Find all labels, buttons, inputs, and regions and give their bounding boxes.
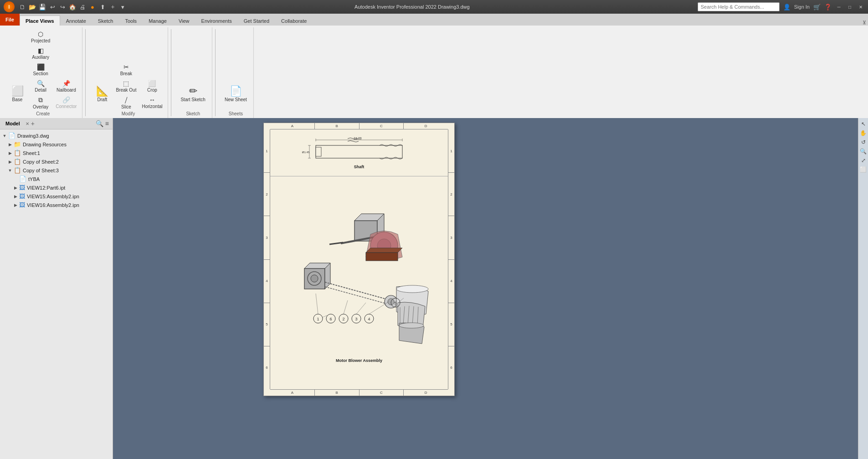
detail-button[interactable]: 🔍 Detail [29, 78, 52, 94]
panel-tabs: Model ✕ + [4, 120, 35, 127]
break-out-icon: ⬚ [123, 80, 129, 87]
rt-btn-box[interactable]: ⬜ [859, 165, 868, 174]
crop-button[interactable]: ⬜ Crop [140, 78, 164, 94]
maximize-button[interactable]: □ [846, 4, 853, 10]
draft-icon: 📐 [96, 86, 108, 96]
qat-dropdown[interactable]: ▾ [118, 3, 127, 11]
detail-label: Detail [35, 88, 46, 93]
qat-publish[interactable]: ⬆ [98, 3, 107, 11]
assembly-label: Motor Blower Assembly [336, 358, 382, 363]
qat-logo2[interactable]: ● [88, 3, 97, 11]
break-out-button[interactable]: ⬚ Break Out [114, 78, 138, 94]
connector-label: Connector [56, 104, 77, 109]
auxiliary-button[interactable]: ◧ Auxiliary [29, 46, 52, 61]
tree-item-view15[interactable]: ▶ 🖼 VIEW15:Assembly2.ipn [0, 192, 113, 201]
projected-button[interactable]: ⬡ Projected [29, 29, 52, 45]
qat-add[interactable]: ＋ [108, 3, 117, 11]
tab-get-started[interactable]: Get Started [238, 15, 275, 26]
tab-view[interactable]: View [173, 15, 195, 26]
horizontal-button[interactable]: ↔ Horizontal [140, 95, 164, 110]
row-headers-right: 1 2 3 4 5 6 [448, 129, 454, 389]
rt-btn-cursor[interactable]: ↖ [859, 120, 868, 128]
assembly-view: 1 6 2 3 4 [270, 176, 448, 389]
nailboard-button[interactable]: 📌 Nailboard [54, 78, 78, 94]
qat-open[interactable]: 📂 [28, 3, 36, 11]
svg-text:6: 6 [329, 317, 332, 321]
tab-sketch[interactable]: Sketch [92, 15, 119, 26]
sign-in-label[interactable]: Sign In [794, 4, 810, 10]
rt-btn-orbit[interactable]: ↺ [859, 138, 868, 146]
ribbon-content: ⬜ Base ⬡ Projected ◧ Auxiliary ⬛ Section [0, 26, 868, 118]
col-a-bottom: A [270, 390, 315, 396]
nailboard-stack: 📌 Nailboard 🔗 Connector [54, 78, 78, 110]
tree-item-view12[interactable]: ▶ 🖼 VIEW12:Part6.ipt [0, 183, 113, 192]
add-panel-tab[interactable]: + [31, 120, 35, 127]
rt-btn-fit[interactable]: ⤢ [859, 156, 868, 165]
svg-rect-5 [316, 147, 321, 156]
tree-item-copy-sheet2[interactable]: ▶ 📋 Copy of Sheet:2 [0, 157, 113, 166]
draft-button[interactable]: 📐 Draft [92, 77, 112, 110]
tree-item-sheet1[interactable]: ▶ 📋 Sheet:1 [0, 149, 113, 157]
tab-environments[interactable]: Environments [195, 15, 238, 26]
close-button[interactable]: ✕ [857, 4, 864, 10]
qat-redo[interactable]: ↪ [58, 3, 67, 11]
tab-annotate[interactable]: Annotate [60, 15, 92, 26]
tree-item-copy-sheet3[interactable]: ▼ 📋 Copy of Sheet:3 [0, 166, 113, 175]
panel-search-icon[interactable]: 🔍 [96, 120, 103, 127]
svg-line-51 [356, 303, 366, 314]
section-button[interactable]: ⬛ Section [29, 62, 52, 77]
cart-icon[interactable]: 🛒 [813, 4, 821, 10]
minimize-button[interactable]: ─ [835, 4, 842, 10]
tree-item-view16[interactable]: ▶ 🖼 VIEW16:Assembly2.ipn [0, 201, 113, 209]
ribbon-group-create: ⬜ Base ⬡ Projected ◧ Auxiliary ⬛ Section [4, 27, 82, 118]
view16-label: VIEW16:Assembly2.ipn [27, 202, 79, 208]
modify-small-stack: ✂ Break ⬚ Break Out ⧸ Slice [114, 62, 138, 110]
ribbon-toggle[interactable]: ⊻ [863, 20, 866, 26]
tab-tools[interactable]: Tools [119, 15, 143, 26]
start-sketch-button[interactable]: ✏ Start Sketch [178, 77, 208, 110]
qat-undo[interactable]: ↩ [48, 3, 56, 11]
base-button[interactable]: ⬜ Base [7, 77, 27, 110]
help-icon[interactable]: ❓ [824, 4, 832, 10]
rt-btn-pan[interactable]: ✋ [859, 129, 868, 137]
ribbon-tabs: File Place Views Annotate Sketch Tools M… [0, 14, 868, 26]
tree-item-drawing-resources[interactable]: ▶ 📁 Drawing Resources [0, 140, 113, 149]
drawing-sheet: A B C D A B C D 1 2 3 4 5 6 [263, 123, 455, 396]
qat-home[interactable]: 🏠 [68, 3, 77, 11]
qat-save[interactable]: 💾 [38, 3, 46, 11]
drawing3-label: Drawing3.dwg [17, 133, 49, 139]
create-group-label: Create [7, 110, 78, 118]
panel-menu-icon[interactable]: ≡ [105, 120, 109, 127]
tab-collaborate[interactable]: Collaborate [275, 15, 313, 26]
qat-new[interactable]: 🗋 [18, 3, 26, 11]
tree: ▼ 📄 Drawing3.dwg ▶ 📁 Drawing Resources ▶… [0, 129, 113, 459]
svg-point-34 [399, 323, 424, 328]
break-button[interactable]: ✂ Break [114, 62, 138, 77]
overlay-button[interactable]: ⧉ Overlay [29, 95, 52, 110]
model-tab-close[interactable]: ✕ [26, 121, 29, 126]
new-sheet-button[interactable]: 📄 New Sheet [222, 77, 250, 110]
connector-icon: 🔗 [62, 96, 70, 103]
tree-item-tyba[interactable]: 📄 tYBA [0, 175, 113, 183]
drawing-resources-icon: 📁 [14, 141, 21, 148]
row-2-right: 2 [448, 173, 454, 216]
titlebar-left: I 🗋 📂 💾 ↩ ↪ 🏠 🖨 ● ⬆ ＋ ▾ [4, 1, 127, 12]
break-out-label: Break Out [116, 88, 136, 93]
tab-place-views[interactable]: Place Views [20, 15, 60, 26]
tab-manage[interactable]: Manage [143, 15, 173, 26]
model-tab[interactable]: Model [4, 120, 22, 127]
view12-icon: 🖼 [19, 184, 25, 191]
tree-item-drawing3[interactable]: ▼ 📄 Drawing3.dwg [0, 131, 113, 140]
col-d: D [404, 123, 448, 129]
modify-group-label: Modify [92, 110, 164, 118]
qat-print[interactable]: 🖨 [78, 3, 87, 11]
modify-buttons: 📐 Draft ✂ Break ⬚ Break Out ⧸ Slice [92, 29, 164, 110]
rt-btn-zoom[interactable]: 🔍 [859, 147, 868, 155]
crop-label: Crop [147, 88, 157, 93]
search-input[interactable] [698, 2, 780, 11]
canvas-area[interactable]: A B C D A B C D 1 2 3 4 5 6 [113, 118, 868, 459]
connector-button[interactable]: 🔗 Connector [54, 95, 78, 110]
tyba-icon: 📄 [19, 175, 26, 182]
slice-button[interactable]: ⧸ Slice [114, 95, 138, 110]
tab-file[interactable]: File [0, 14, 20, 26]
